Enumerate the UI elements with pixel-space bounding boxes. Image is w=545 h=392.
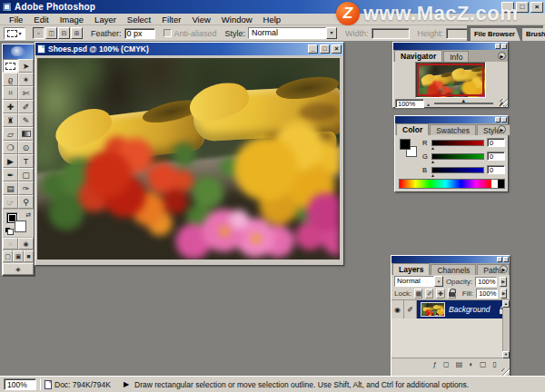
tab-color[interactable]: Color (396, 123, 429, 135)
standard-screen-button[interactable]: ▢ (3, 250, 13, 262)
app-title-bar[interactable]: Adobe Photoshop _ □ × (0, 0, 545, 14)
opacity-arrow-icon[interactable]: ▶ (500, 277, 507, 287)
scroll-up-icon[interactable]: ▲ (502, 300, 510, 308)
navigator-thumbnail[interactable] (415, 62, 486, 98)
slider-thumb[interactable]: ▲ (431, 145, 435, 151)
layers-scrollbar[interactable]: ▲ ▼ (502, 300, 510, 358)
tool-blur[interactable]: ❍ (3, 141, 18, 154)
lock-pixels-icon[interactable]: ✐ (425, 289, 433, 299)
tab-file-browser[interactable]: File Browser (471, 28, 520, 41)
new-layer-icon[interactable]: ▢ (480, 360, 487, 368)
menu-select[interactable]: Select (122, 14, 156, 25)
palette-close-icon[interactable] (503, 257, 509, 262)
tool-clone-stamp[interactable]: ♜ (3, 113, 18, 127)
tab-navigator[interactable]: Navigator (394, 50, 442, 62)
menu-view[interactable]: View (186, 14, 215, 25)
palette-menu-icon[interactable]: ▶ (500, 265, 508, 273)
document-title-bar[interactable]: Shoes.psd @ 100% (CMYK) _ □ × (35, 43, 343, 55)
tool-pen[interactable]: ✒ (3, 168, 18, 181)
tool-path-selection[interactable]: ▶ (3, 154, 18, 168)
close-button[interactable]: × (530, 2, 543, 13)
blue-value-input[interactable]: 0 (487, 165, 505, 174)
default-colors-icon[interactable] (5, 228, 14, 235)
color-ramp[interactable] (399, 179, 505, 189)
tool-dodge[interactable]: ⊙ (18, 141, 34, 154)
palette-close-icon[interactable] (501, 44, 507, 49)
palette-minimize-icon[interactable] (495, 44, 500, 49)
chevron-down-icon[interactable]: ▾ (434, 276, 443, 287)
feather-input[interactable]: 0 px (124, 28, 155, 39)
palette-menu-icon[interactable]: ▶ (498, 52, 506, 60)
black-swatch[interactable] (498, 180, 504, 188)
photoshop-logo-icon[interactable] (3, 44, 34, 59)
tool-move[interactable]: ➤ (18, 59, 34, 73)
tool-slice[interactable]: ✄ (18, 86, 34, 100)
style-select[interactable]: Normal ▾ (248, 27, 337, 39)
menu-image[interactable]: Image (54, 14, 89, 25)
tool-brush[interactable]: ✐ (18, 100, 34, 113)
spectrum-ramp[interactable] (400, 180, 491, 188)
maximize-button[interactable]: □ (516, 2, 529, 13)
color-title-bar[interactable] (395, 116, 508, 123)
fullscreen-menubar-button[interactable]: ▣ (13, 250, 23, 262)
anti-aliased-checkbox[interactable] (164, 29, 172, 37)
jump-to-imageready-button[interactable]: ◈ (3, 263, 34, 275)
status-popup-arrow-icon[interactable]: ▶ (124, 380, 129, 388)
lock-all-icon[interactable] (448, 289, 456, 299)
menu-window[interactable]: Window (216, 14, 258, 25)
menu-help[interactable]: Help (258, 14, 287, 25)
new-selection-button[interactable]: ▫ (33, 27, 45, 39)
doc-size-text[interactable]: Doc: 794K/794K (54, 380, 111, 389)
menu-edit[interactable]: Edit (28, 14, 54, 25)
tool-zoom[interactable]: ⚲ (18, 195, 34, 209)
resize-grip[interactable] (500, 99, 508, 107)
add-selection-button[interactable]: ◫ (45, 27, 57, 39)
menu-file[interactable]: File (4, 14, 28, 25)
green-value-input[interactable]: 0 (487, 152, 505, 161)
tab-info[interactable]: Info (443, 51, 469, 62)
navigator-title-bar[interactable] (393, 43, 508, 50)
blue-slider[interactable]: ▲ (431, 167, 484, 173)
tool-eraser[interactable]: ▱ (3, 127, 18, 141)
scroll-down-icon[interactable]: ▼ (502, 351, 510, 358)
quick-mask-button[interactable]: ◉ (18, 238, 34, 250)
tool-healing-brush[interactable]: ✚ (3, 100, 18, 113)
white-swatch[interactable] (491, 180, 498, 188)
tab-channels[interactable]: Channels (431, 264, 476, 275)
current-tool-button[interactable]: ▾ (4, 27, 25, 40)
subtract-selection-button[interactable]: ⊟ (58, 27, 70, 39)
green-slider[interactable]: ▲ (431, 153, 484, 160)
tab-brushes[interactable]: Brushes (522, 28, 545, 41)
adjustment-layer-icon[interactable]: ◐ (469, 360, 473, 368)
navigator-zoom-input[interactable]: 100% (395, 99, 424, 108)
foreground-color-swatch[interactable] (400, 139, 411, 150)
background-color-swatch[interactable] (15, 220, 26, 232)
fullscreen-button[interactable]: ■ (24, 250, 34, 262)
tool-crop[interactable]: ⌗ (3, 86, 18, 100)
minimize-button[interactable]: _ (501, 2, 514, 13)
status-zoom-input[interactable]: 100% (4, 378, 36, 390)
navigator-zoom-slider[interactable]: ▲ (434, 103, 493, 104)
red-value-input[interactable]: 0 (487, 138, 505, 147)
layer-name[interactable]: Background (449, 305, 500, 314)
lock-transparency-icon[interactable]: ▦ (414, 289, 422, 299)
layers-title-bar[interactable] (391, 256, 510, 263)
standard-mode-button[interactable]: ◌ (3, 238, 18, 250)
tool-notes[interactable]: ▤ (3, 181, 18, 195)
tab-swatches[interactable]: Swatches (430, 124, 476, 135)
tool-shape[interactable]: ▢ (18, 168, 34, 181)
tool-lasso[interactable]: ϱ (3, 73, 18, 86)
layer-row-background[interactable]: ◉ ✐ (391, 300, 510, 318)
fill-input[interactable]: 100% (476, 289, 498, 299)
photo-shoes[interactable] (421, 303, 445, 317)
palette-minimize-icon[interactable] (495, 117, 500, 122)
swap-colors-icon[interactable]: ⇄ (25, 211, 31, 218)
tab-layers[interactable]: Layers (392, 263, 430, 275)
opacity-input[interactable]: 100% (475, 277, 497, 287)
navigator-viewbox[interactable] (417, 64, 484, 96)
blend-mode-select[interactable]: Normal ▾ (394, 276, 443, 287)
layer-mask-icon[interactable]: ◻ (443, 360, 450, 368)
zoom-out-icon[interactable]: ▴ (427, 101, 430, 107)
doc-minimize-button[interactable]: _ (308, 44, 318, 54)
delete-layer-icon[interactable]: ▯ (493, 360, 497, 368)
